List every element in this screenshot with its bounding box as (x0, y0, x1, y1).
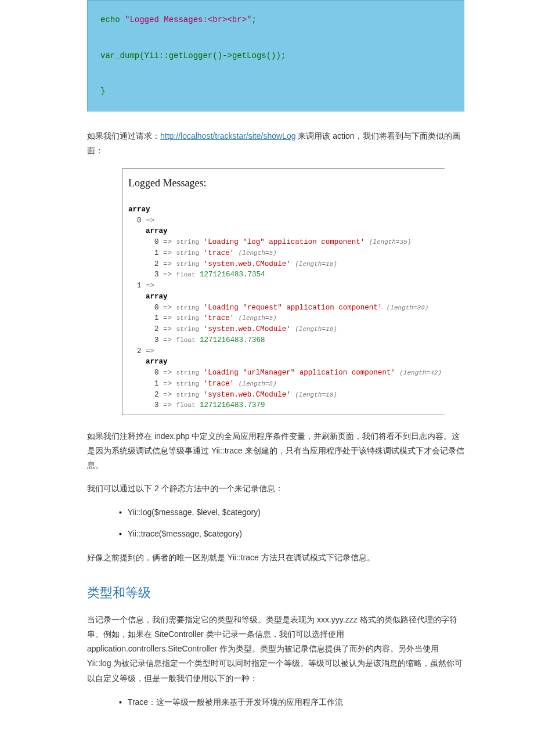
code-text: (Yii (139, 51, 159, 60)
code-text: () (212, 51, 222, 60)
code-brace: } (100, 87, 105, 96)
code-op: :: (159, 51, 169, 60)
paragraph-3: 我们可以通过以下 2 个静态方法中的一个来记录信息： (87, 481, 464, 496)
paragraph-2: 如果我们注释掉在 index.php 中定义的全局应用程序条件变量，并刷新页面，… (87, 429, 464, 473)
list-item: Yii::trace($message, $category) (119, 527, 464, 541)
output-dump: array 0 => array 0 => string 'Loading "l… (128, 204, 445, 411)
code-keyword: echo (100, 15, 120, 24)
output-box: Logged Messages: array 0 => array 0 => s… (122, 168, 445, 415)
code-fn: getLogger (169, 51, 213, 60)
paragraph-4: 好像之前提到的，俩者的唯一区别就是 Yii::trace 方法只在调试模式下记录… (87, 550, 464, 565)
code-op: ; (251, 15, 256, 24)
method-list: Yii::log($message, $level, $category) Yi… (87, 505, 464, 541)
code-string: "Logged Messages:<br><br>" (125, 15, 251, 24)
paragraph-1: 如果我们通过请求：http://localhost/trackstar/site… (87, 129, 464, 158)
paragraph-5: 当记录一个信息，我们需要指定它的类型和等级。类型是表现为 xxx.yyy.zzz… (87, 613, 464, 686)
code-fn: getLogs (232, 51, 266, 60)
code-op: -> (222, 51, 232, 60)
output-header: Logged Messages: (128, 174, 445, 192)
code-fn: var_dump (100, 51, 139, 60)
text: 如果我们通过请求： (87, 131, 160, 141)
code-text: ()) (266, 51, 281, 60)
method-list-2: Trace：这一等级一般被用来基于开发环境的应用程序工作流 (87, 695, 464, 710)
list-item: Trace：这一等级一般被用来基于开发环境的应用程序工作流 (119, 695, 464, 710)
code-block: echo "Logged Messages:<br><br>"; var_dum… (87, 0, 464, 111)
code-op: ; (281, 51, 286, 60)
section-heading: 类型和等级 (87, 581, 464, 604)
list-item: Yii::log($message, $level, $category) (119, 505, 464, 520)
url-link[interactable]: http://localhost/trackstar/site/showLog (160, 131, 295, 141)
